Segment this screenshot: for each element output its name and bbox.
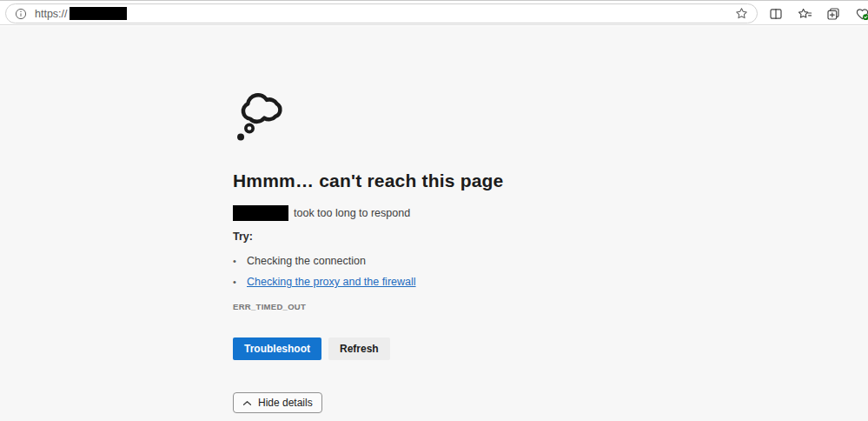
hide-details-button[interactable]: Hide details xyxy=(233,392,322,413)
suggestion-item: • Checking the connection xyxy=(233,251,416,271)
error-code: ERR_TIMED_OUT xyxy=(233,302,306,311)
suggestion-check-connection: Checking the connection xyxy=(247,255,366,267)
split-screen-icon[interactable] xyxy=(768,6,784,22)
action-buttons: Troubleshoot Refresh xyxy=(233,337,390,360)
browser-window: https:// xyxy=(0,0,868,421)
info-icon[interactable] xyxy=(15,8,27,20)
browser-essentials-icon[interactable] xyxy=(854,6,868,22)
error-description: took too long to respond xyxy=(233,205,410,221)
try-label: Try: xyxy=(233,231,253,243)
error-title: Hmmm… can't reach this page xyxy=(233,170,503,191)
address-bar[interactable]: https:// xyxy=(5,3,758,23)
error-page: Hmmm… can't reach this page took too lon… xyxy=(0,26,868,421)
thought-bubble-icon xyxy=(233,87,283,148)
redacted-url xyxy=(70,7,127,20)
proxy-firewall-link[interactable]: Checking the proxy and the firewall xyxy=(247,276,416,288)
browser-toolbar: https:// xyxy=(0,0,868,25)
refresh-button[interactable]: Refresh xyxy=(328,337,390,360)
star-icon[interactable] xyxy=(735,7,748,20)
chevron-up-icon xyxy=(242,400,252,406)
error-description-text: took too long to respond xyxy=(294,207,410,219)
url-scheme: https:// xyxy=(35,8,68,20)
collections-icon[interactable] xyxy=(825,6,841,22)
favorites-icon[interactable] xyxy=(797,6,812,22)
suggestion-item: • Checking the proxy and the firewall xyxy=(233,271,416,292)
redacted-hostname xyxy=(233,205,288,221)
hide-details-label: Hide details xyxy=(258,397,313,409)
bullet-glyph: • xyxy=(233,256,247,266)
bullet-glyph: • xyxy=(233,277,247,287)
troubleshoot-button[interactable]: Troubleshoot xyxy=(233,337,321,360)
suggestion-list: • Checking the connection • Checking the… xyxy=(233,251,416,292)
